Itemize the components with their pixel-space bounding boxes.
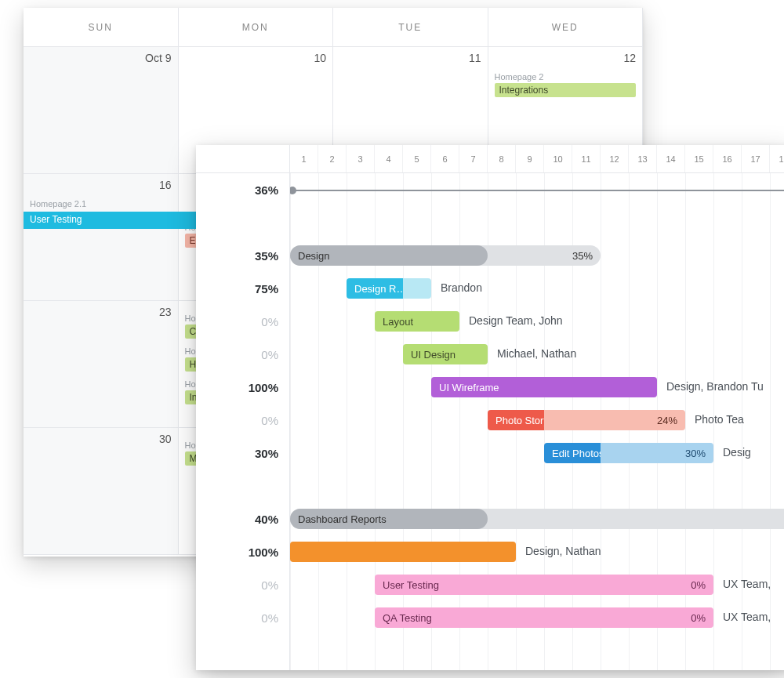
progress-percent: 0% (196, 338, 289, 371)
progress-percent: 100% (196, 535, 289, 568)
cell-date: Oct 9 (30, 52, 172, 64)
task-assignee: Design Team, John (469, 314, 563, 327)
task-assignee: UX Team, (723, 578, 771, 590)
gantt-row: User Testing0%UX Team, (290, 568, 784, 601)
gantt-row: Edit Photos30%Desig (290, 437, 784, 470)
task-label: Layout (383, 316, 413, 328)
gantt-row: LayoutDesign Team, John (290, 305, 784, 338)
gantt-group-progress[interactable]: Design (290, 245, 488, 266)
gantt-task-bar[interactable]: Edit Photos30% (544, 443, 713, 463)
ruler-day: 2 (318, 145, 347, 172)
gantt-ruler: 123456789101112131415161718 (290, 145, 784, 173)
gantt-row: Dashboard Reports (290, 502, 784, 535)
gantt-row: QA Testing0%UX Team, (290, 601, 784, 634)
task-assignee: Design, Nathan (525, 545, 601, 557)
ruler-day: 18 (770, 145, 784, 172)
cell-date: 11 (339, 52, 481, 64)
progress-percent: 0% (196, 404, 289, 437)
event-title: Homepage 2 (495, 72, 637, 82)
progress-percent: 30% (196, 437, 289, 470)
ruler-day: 13 (629, 145, 657, 172)
gantt-timeline[interactable]: 123456789101112131415161718 35%DesignDes… (290, 145, 784, 670)
cell-date: 16 (30, 179, 172, 191)
task-label: Edit Photos (544, 443, 601, 463)
calendar-cell[interactable]: 23 (24, 301, 179, 428)
day-wed: WED (488, 8, 644, 46)
task-label: Design R… (347, 278, 403, 299)
gantt-group-progress[interactable]: Dashboard Reports (290, 509, 488, 529)
calendar-cell[interactable]: 16 Homepage 2.1 (24, 174, 179, 301)
calendar-day-header: SUN MON TUE WED (24, 8, 643, 47)
task-label: QA Testing (383, 612, 432, 624)
day-tue: TUE (333, 8, 488, 46)
gantt-row: Photo Story24%Photo Tea (290, 404, 784, 437)
task-assignee: Michael, Nathan (497, 347, 576, 360)
timeline-separator (290, 190, 784, 191)
gantt-row: UI DesignMichael, Nathan (290, 338, 784, 371)
ruler-day: 8 (488, 145, 516, 172)
progress-percent: 75% (196, 272, 289, 305)
task-percent: 24% (544, 410, 685, 430)
event-chip[interactable]: Integrations (495, 83, 637, 97)
gantt-row: Design R…Brandon (290, 272, 784, 305)
task-label: UI Wireframe (439, 382, 499, 393)
ruler-day: 11 (572, 145, 601, 172)
gantt-row (290, 206, 784, 239)
ruler-day: 6 (431, 145, 459, 172)
cell-date: 30 (30, 433, 172, 445)
ruler-day: 5 (403, 145, 431, 172)
task-label: User Testing (383, 579, 439, 591)
gantt-row (290, 173, 784, 206)
task-percent: 30% (601, 443, 713, 463)
ruler-day: 10 (544, 145, 572, 172)
calendar-cell[interactable]: 30 (24, 428, 179, 555)
cell-date: 12 (495, 52, 637, 64)
group-label: Dashboard Reports (298, 513, 387, 525)
progress-percent: 0% (196, 305, 289, 338)
task-label: UI Design (411, 349, 456, 361)
progress-percent: 100% (196, 371, 289, 404)
gantt-task-bar[interactable] (290, 542, 516, 562)
gantt-card: 36%35%75%0%0%100%0%30%40%100%0%0% 123456… (196, 145, 784, 670)
task-assignee: Brandon (441, 281, 482, 294)
event-title: Homepage 2.1 (30, 199, 172, 208)
ruler-day: 9 (516, 145, 544, 172)
gantt-task-bar[interactable]: QA Testing0% (375, 607, 713, 628)
progress-percent: 36% (196, 173, 289, 206)
ruler-day: 15 (685, 145, 713, 172)
task-label: Photo Story (488, 410, 544, 430)
task-assignee: Photo Tea (695, 413, 744, 426)
task-percent: 0% (684, 612, 706, 624)
ruler-day: 1 (290, 145, 318, 172)
ruler-day: 7 (459, 145, 488, 172)
task-percent: 0% (684, 579, 706, 591)
gantt-task-bar[interactable]: Design R… (347, 278, 431, 299)
group-label: Design (298, 250, 329, 262)
ruler-day: 12 (601, 145, 629, 172)
progress-percent (196, 470, 289, 502)
cell-date: 10 (185, 52, 327, 64)
ruler-day: 14 (657, 145, 685, 172)
progress-percent: 40% (196, 502, 289, 535)
task-assignee: Desig (723, 446, 751, 459)
progress-percent: 0% (196, 568, 289, 601)
progress-percent: 35% (196, 239, 289, 272)
gantt-task-bar[interactable]: Photo Story24% (488, 410, 685, 430)
gantt-task-bar[interactable]: Layout (375, 311, 459, 332)
gantt-row: UI WireframeDesign, Brandon Tu (290, 371, 784, 404)
gantt-task-bar[interactable]: User Testing0% (375, 575, 713, 595)
calendar-cell[interactable]: Oct 9 (24, 47, 179, 174)
ruler-day: 16 (713, 145, 742, 172)
progress-percent (196, 206, 289, 239)
day-mon: MON (179, 8, 334, 46)
progress-percent: 0% (196, 601, 289, 634)
cell-date: 23 (30, 306, 172, 318)
ruler-day: 4 (375, 145, 403, 172)
gantt-left-column: 36%35%75%0%0%100%0%30%40%100%0%0% (196, 145, 290, 670)
task-assignee: Design, Brandon Tu (666, 380, 764, 393)
gantt-row: 35%Design (290, 239, 784, 272)
gantt-row: Design, Nathan (290, 535, 784, 568)
gantt-task-bar[interactable]: UI Wireframe (431, 377, 657, 397)
ruler-day: 3 (347, 145, 375, 172)
gantt-task-bar[interactable]: UI Design (403, 344, 488, 364)
